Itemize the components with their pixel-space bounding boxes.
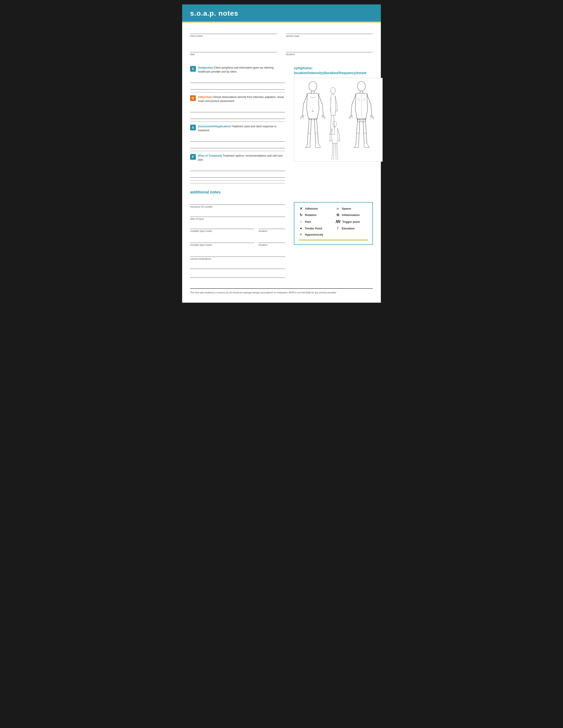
soap-a-lines <box>190 137 285 148</box>
soap-o-line1[interactable] <box>190 107 285 112</box>
right-column: symptoms: location/intensity/duration/fr… <box>294 66 383 198</box>
bottom-left: insurance ID number date of injury modal… <box>190 200 285 282</box>
modality-row-2: modality type (code) duration <box>190 238 285 250</box>
current-medications-label: current medications <box>190 257 285 260</box>
soap-a-line1[interactable] <box>190 137 285 142</box>
current-medications-input[interactable] <box>190 252 285 257</box>
main-content: client name session type date duration <box>182 23 381 282</box>
elevation-label: Elevation <box>342 227 355 230</box>
soap-a-label: (Assessment/Application) <box>198 125 230 128</box>
soap-p-badge: P <box>190 154 196 160</box>
legend-item-elevation: / Elevation <box>336 226 368 230</box>
legend-item-pain: ○ Pain <box>299 219 331 224</box>
svg-point-7 <box>358 81 366 91</box>
legend-item-tender-point: ● Tender Point <box>299 226 331 230</box>
soap-s-label: (Subjective) <box>198 66 213 69</box>
soap-a-badge: A <box>190 125 196 130</box>
tender-point-symbol: ● <box>299 226 303 230</box>
svg-line-8 <box>360 91 360 93</box>
insurance-id-input[interactable] <box>190 200 285 205</box>
rotation-symbol: ↻ <box>299 213 303 217</box>
soap-p-lines <box>190 166 285 178</box>
legend-bottom-bar <box>299 240 368 240</box>
date-of-injury-field: date of injury <box>190 212 285 220</box>
symptoms-title: symptoms: location/intensity/duration/fr… <box>294 66 383 76</box>
footer: This form was created as a resource by t… <box>190 288 373 294</box>
modality-duration-input-1[interactable] <box>258 224 285 229</box>
two-col-layout: S (Subjective) Client symptoms and infor… <box>190 66 373 198</box>
soap-s-line1[interactable] <box>190 78 285 83</box>
soap-a-section: A (Assessment/Application) Treatment use… <box>190 124 285 132</box>
symptoms-title-line1: symptoms: <box>294 66 313 70</box>
legend-item-inflammation: ⚙ Inflammation <box>336 213 368 217</box>
extra-field-2 <box>190 273 285 278</box>
soap-a-line2[interactable] <box>190 143 285 148</box>
soap-p-section: P (Plan of Treatment) Treatment options,… <box>190 154 285 162</box>
left-column: S (Subjective) Client symptoms and infor… <box>190 66 285 198</box>
legend-item-trigger-point: ꟿ Trigger point <box>336 219 368 224</box>
soap-o-section: O (Objective) Clinical observations deri… <box>190 95 285 103</box>
pain-symbol: ○ <box>299 220 303 224</box>
session-type-input[interactable] <box>286 29 373 34</box>
inflammation-label: Inflammation <box>342 213 360 217</box>
symptoms-title-line2: location/intensity/duration/frequency/on… <box>294 71 366 75</box>
svg-line-9 <box>363 91 363 93</box>
extra-input-2[interactable] <box>190 273 285 278</box>
additional-notes-title: additional notes <box>190 190 285 195</box>
soap-s-badge: S <box>190 66 196 72</box>
top-fields-2: date duration <box>190 47 373 60</box>
date-of-injury-input[interactable] <box>190 212 285 217</box>
soap-o-label: (Objective) <box>198 96 212 99</box>
insurance-id-label: insurance ID number <box>190 205 285 208</box>
soap-p-line2[interactable] <box>190 173 285 178</box>
svg-line-6 <box>334 94 334 95</box>
legend-item-hypertonicity: ≡ Hypertonicity <box>299 233 331 236</box>
modality-type-input-2[interactable] <box>190 238 254 243</box>
soap-o-line2[interactable] <box>190 114 285 119</box>
page-title: s.o.a.p. notes <box>190 9 373 17</box>
extra-input-1[interactable] <box>190 264 285 269</box>
date-input[interactable] <box>190 47 277 52</box>
body-diagram <box>294 78 383 162</box>
svg-point-11 <box>333 122 337 126</box>
soap-o-badge: O <box>190 95 196 101</box>
spasm-label: Spasm <box>342 207 351 210</box>
client-name-input[interactable] <box>190 29 277 34</box>
modality-duration-field-1: duration <box>258 224 285 232</box>
elevation-symbol: / <box>336 226 340 230</box>
rotation-label: Rotation <box>305 213 317 217</box>
date-of-injury-label: date of injury <box>190 218 285 220</box>
duration-label: duration <box>286 53 373 56</box>
body-figures-svg <box>294 80 383 159</box>
modality-duration-field-2: duration <box>258 238 285 246</box>
date-label: date <box>190 53 277 56</box>
duration-input[interactable] <box>286 47 373 52</box>
footer-text: This form was created as a resource by t… <box>190 291 373 294</box>
soap-p-label: (Plan of Treatment) <box>198 154 222 157</box>
hypertonicity-label: Hypertonicity <box>305 233 323 236</box>
modality-type-input-1[interactable] <box>190 224 254 229</box>
additional-notes-section: additional notes <box>190 190 285 195</box>
soap-s-lines <box>190 78 285 90</box>
soap-s-line2[interactable] <box>190 85 285 90</box>
svg-point-3 <box>312 110 314 112</box>
legend-box: ✕ Adhesion ≈ Spasm ↻ Rotation ⚙ <box>294 202 373 245</box>
divider-5 <box>190 183 285 183</box>
legend-item-rotation: ↻ Rotation <box>299 213 331 217</box>
session-type-field: session type <box>286 29 373 37</box>
trigger-point-label: Trigger point <box>342 220 360 223</box>
client-name-field: client name <box>190 29 277 37</box>
current-medications-field: current medications <box>190 252 285 260</box>
soap-s-text: (Subjective) Client symptoms and informa… <box>198 66 285 74</box>
insurance-id-field: insurance ID number <box>190 200 285 208</box>
inflammation-symbol: ⚙ <box>336 213 340 217</box>
bottom-section: insurance ID number date of injury modal… <box>190 200 373 282</box>
modality-type-field-1: modality type (code) <box>190 224 254 232</box>
soap-p-line1[interactable] <box>190 166 285 171</box>
duration-field: duration <box>286 47 373 56</box>
svg-line-2 <box>314 91 315 93</box>
modality-duration-input-2[interactable] <box>258 238 285 243</box>
svg-point-4 <box>331 87 336 94</box>
tender-point-label: Tender Point <box>305 227 322 230</box>
legend-grid: ✕ Adhesion ≈ Spasm ↻ Rotation ⚙ <box>299 206 368 236</box>
